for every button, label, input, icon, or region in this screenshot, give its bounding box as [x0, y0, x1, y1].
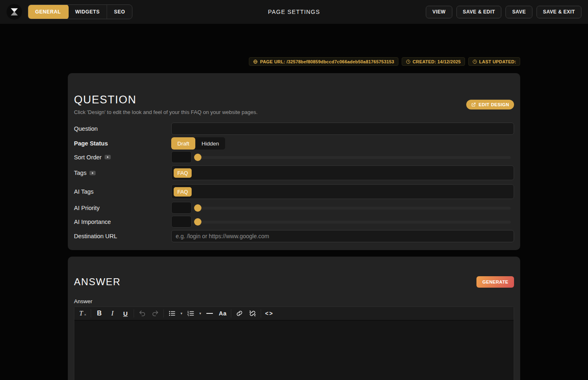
horizontal-rule-button[interactable]: [203, 307, 216, 320]
code-view-button[interactable]: <>: [263, 307, 276, 320]
tags-label: Tags: [74, 170, 171, 176]
tags-row: Tags FAQ: [74, 165, 514, 180]
sort-order-slider-handle[interactable]: [194, 154, 201, 161]
main-content: PAGE URL: /32578bef80859dbccd7c066adeb50…: [68, 57, 520, 380]
page-url-text: PAGE URL: /32578bef80859dbccd7c066adeb50…: [260, 59, 394, 64]
ai-priority-number-input[interactable]: [171, 202, 192, 214]
sort-order-slider: [194, 154, 514, 161]
insert-link-button[interactable]: [233, 307, 246, 320]
generate-button[interactable]: GENERATE: [476, 276, 514, 288]
top-bar: GENERAL WIDGETS SEO PAGE SETTINGS VIEW S…: [0, 0, 588, 24]
numbered-list-button[interactable]: [184, 307, 197, 320]
redo-button[interactable]: [149, 307, 162, 320]
tab-seo[interactable]: SEO: [107, 5, 132, 19]
tab-general[interactable]: GENERAL: [28, 4, 69, 19]
ai-importance-slider: [194, 218, 514, 226]
ai-importance-number-input[interactable]: [171, 216, 192, 228]
answer-rich-text-editor: T× B I U: [74, 306, 514, 380]
ai-tags-label: AI Tags: [74, 188, 171, 195]
view-button[interactable]: VIEW: [426, 6, 452, 18]
question-card-title: QUESTION: [74, 94, 257, 106]
answer-card-title: ANSWER: [74, 276, 121, 288]
page-status-label: Page Status: [74, 140, 171, 147]
status-option-hidden[interactable]: Hidden: [195, 137, 225, 150]
ai-priority-row: AI Priority: [74, 202, 514, 214]
ai-priority-label: AI Priority: [74, 205, 171, 211]
clock-icon: [406, 59, 411, 64]
question-card: QUESTION Click 'Design' to edit the look…: [68, 73, 520, 250]
sort-order-label-text: Sort Order: [74, 154, 102, 161]
tags-input[interactable]: FAQ: [171, 165, 514, 180]
answer-card: ANSWER GENERATE Answer T× B I U: [68, 257, 520, 380]
undo-button[interactable]: [136, 307, 149, 320]
page-status-toggle: Draft Hidden: [171, 137, 225, 150]
horizontal-rule-icon: [206, 313, 213, 314]
underline-button[interactable]: U: [119, 307, 132, 320]
question-input[interactable]: [171, 123, 514, 135]
ai-importance-label: AI Importance: [74, 219, 171, 225]
question-card-header: QUESTION Click 'Design' to edit the look…: [74, 94, 514, 115]
ai-importance-slider-track[interactable]: [194, 221, 511, 224]
edit-design-button[interactable]: EDIT DESIGN: [466, 100, 514, 110]
ai-importance-slider-handle[interactable]: [194, 218, 201, 226]
settings-tab-group: GENERAL WIDGETS SEO: [28, 4, 132, 19]
link-icon: [236, 310, 243, 317]
undo-icon: [139, 310, 146, 317]
question-card-subtitle: Click 'Design' to edit the look and feel…: [74, 109, 257, 115]
last-updated-text: LAST UPDATED:: [479, 59, 516, 64]
app-logo[interactable]: [7, 4, 22, 20]
save-and-edit-button[interactable]: SAVE & EDIT: [456, 6, 502, 18]
ai-priority-slider-handle[interactable]: [194, 204, 201, 212]
tags-label-text: Tags: [74, 170, 87, 176]
save-button[interactable]: SAVE: [505, 6, 532, 18]
sort-order-number-input[interactable]: [171, 151, 192, 163]
destination-url-row: Destination URL: [74, 230, 514, 242]
sort-order-label: Sort Order: [74, 154, 171, 161]
tags-video-icon[interactable]: [89, 171, 96, 175]
sort-order-row: Sort Order: [74, 151, 514, 163]
destination-url-label: Destination URL: [74, 233, 171, 239]
remove-link-button[interactable]: [246, 307, 259, 320]
toolbar-separator: [134, 309, 134, 317]
ai-priority-slider-track[interactable]: [194, 207, 511, 210]
ai-tags-input[interactable]: FAQ: [171, 184, 514, 199]
logo-icon: [9, 7, 20, 17]
font-size-button[interactable]: Aa: [216, 307, 229, 320]
status-option-draft[interactable]: Draft: [171, 137, 195, 150]
ai-tags-row: AI Tags FAQ: [74, 184, 514, 199]
editor-toolbar: T× B I U: [74, 307, 514, 321]
toolbar-separator: [231, 309, 231, 317]
bullet-list-icon: [168, 310, 176, 317]
page-url-badge: PAGE URL: /32578bef80859dbccd7c066adeb50…: [249, 57, 398, 66]
toolbar-separator: [261, 309, 261, 317]
tab-widgets[interactable]: WIDGETS: [68, 5, 107, 19]
sort-order-video-icon[interactable]: [105, 155, 111, 159]
edit-design-label: EDIT DESIGN: [478, 102, 509, 107]
globe-icon: [253, 59, 258, 64]
save-and-exit-button[interactable]: SAVE & EXIT: [537, 6, 581, 18]
ai-tag-chip: FAQ: [174, 187, 192, 197]
italic-button[interactable]: I: [106, 307, 119, 320]
ai-priority-slider: [194, 204, 514, 212]
clear-formatting-sub: ×: [84, 313, 86, 317]
last-updated-badge: LAST UPDATED:: [468, 57, 520, 66]
unlink-icon: [249, 310, 256, 317]
answer-card-header: ANSWER GENERATE: [74, 276, 514, 288]
bullet-list-dropdown[interactable]: ▾: [179, 307, 184, 320]
toolbar-separator: [91, 309, 91, 317]
answer-editor-content[interactable]: [74, 321, 514, 380]
header-actions: VIEW SAVE & EDIT SAVE SAVE & EXIT: [426, 6, 581, 18]
sort-order-slider-track[interactable]: [194, 156, 511, 159]
created-text: CREATED: 14/12/2025: [413, 59, 461, 64]
clear-formatting-button[interactable]: T×: [76, 307, 89, 320]
question-form: Question Page Status Draft Hidden Sort O…: [74, 123, 514, 242]
redo-icon: [152, 310, 159, 317]
bold-button[interactable]: B: [93, 307, 106, 320]
external-link-icon: [471, 102, 476, 107]
destination-url-input[interactable]: [171, 230, 514, 242]
page-status-row: Page Status Draft Hidden: [74, 137, 514, 150]
numbered-list-dropdown[interactable]: ▾: [197, 307, 203, 320]
bullet-list-button[interactable]: [165, 307, 179, 320]
question-row: Question: [74, 123, 514, 135]
clock-icon: [472, 59, 477, 64]
